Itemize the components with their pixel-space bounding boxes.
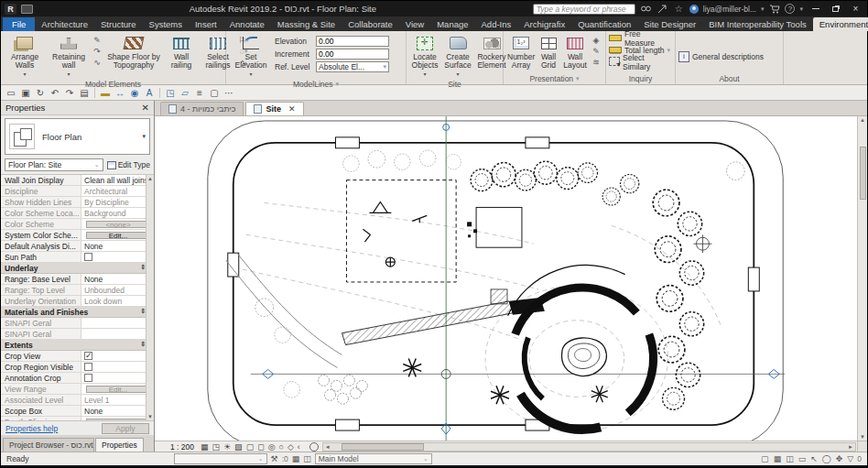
minimize-button[interactable]: [808, 3, 823, 15]
property-value[interactable]: Clean all wall joins: [81, 175, 154, 185]
property-value[interactable]: Edit...: [81, 230, 154, 240]
panel-caret-icon[interactable]: ▾: [335, 81, 339, 88]
workset-icon[interactable]: ⚒: [271, 454, 278, 463]
elevation-input[interactable]: [316, 36, 389, 47]
drawing-area[interactable]: ▲▼: [155, 116, 867, 441]
temporary-hide-isolate-icon[interactable]: ◎: [268, 442, 276, 452]
ribbon-tab-bim-interoperability-tools[interactable]: BIM Interoperability Tools: [702, 17, 813, 31]
account-name[interactable]: liya@miller-bl...: [703, 5, 756, 14]
favorites-star-icon[interactable]: ☆: [673, 3, 685, 15]
drag-on-selection-icon[interactable]: ✥: [836, 454, 843, 463]
ribbon-tab-view[interactable]: View: [399, 17, 430, 31]
retaining-wall-button[interactable]: Retaining wall: [48, 33, 90, 80]
ribbon-tab-environment[interactable]: Environment: [813, 17, 868, 31]
properties-help-link[interactable]: Properties help: [5, 424, 58, 433]
design-options-icon[interactable]: ▢: [761, 454, 769, 463]
property-label[interactable]: Extents: [1, 340, 140, 350]
wall-grid-button[interactable]: Wall Grid: [537, 33, 559, 71]
editable-only-icon[interactable]: ◫: [786, 454, 794, 463]
property-value[interactable]: [81, 351, 154, 361]
customize-qat-icon[interactable]: [21, 5, 33, 14]
type-selector[interactable]: Floor Plan ▾: [5, 118, 150, 155]
detail-level-icon[interactable]: ▦: [201, 442, 209, 452]
vertical-scrollbar[interactable]: ▲▼: [857, 116, 867, 441]
free-measure-button[interactable]: Free Measure: [609, 32, 672, 44]
set-elevation-button[interactable]: Set Elevation: [229, 33, 273, 80]
instance-selector[interactable]: Floor Plan: Site⌄: [5, 158, 103, 171]
property-value[interactable]: None: [81, 274, 154, 284]
ribbon-tab-archigrafix[interactable]: Archigrafix: [517, 17, 571, 31]
number-array-button[interactable]: 1₂³ Number Array: [506, 33, 536, 71]
apply-button[interactable]: Apply: [102, 423, 149, 434]
select-pinned-icon[interactable]: ↖: [810, 454, 818, 463]
reveal-hidden-elements-icon[interactable]: ○: [278, 442, 283, 452]
wall-layout-button[interactable]: Wall Layout: [561, 33, 589, 71]
view-tab-schedule[interactable]: 4 - כיתבי כמויות: [160, 102, 244, 115]
property-checkbox[interactable]: [84, 374, 92, 382]
ref-level-select[interactable]: Absolute El...▾: [316, 61, 389, 72]
select-links-icon[interactable]: ▭: [798, 454, 807, 463]
help-icon[interactable]: ?: [785, 4, 795, 14]
search-icon[interactable]: [640, 3, 652, 15]
arrange-walls-button[interactable]: Arrange Walls: [4, 33, 46, 80]
project-browser-tab[interactable]: Project Browser - כוס.rvt: [3, 438, 94, 452]
ribbon-tab-massing-site[interactable]: Massing & Site: [271, 17, 342, 31]
type-selector-caret-icon[interactable]: ▾: [142, 133, 146, 140]
property-value[interactable]: [81, 252, 154, 262]
property-value-button[interactable]: Edit...: [86, 232, 150, 239]
horizontal-scrollbar[interactable]: ◄ ►: [322, 442, 856, 452]
wall-tool-icon[interactable]: ✎: [92, 35, 103, 45]
design-option-select[interactable]: Main Model⌄: [315, 453, 432, 464]
general-descriptions-button[interactable]: i General descriptions: [678, 50, 764, 62]
scale-control[interactable]: 1 : 200: [168, 441, 197, 452]
account-avatar-icon[interactable]: [689, 5, 699, 14]
ribbon-tab-architecture[interactable]: Architecture: [35, 17, 94, 31]
property-checkbox[interactable]: [84, 363, 92, 371]
select-by-face-icon[interactable]: ◯: [822, 454, 831, 463]
properties-tab[interactable]: Properties: [95, 438, 144, 452]
pencil-icon[interactable]: ✎: [591, 46, 602, 56]
show-crop-region-icon[interactable]: ◻: [257, 442, 264, 452]
worksharing-display-icon[interactable]: ▦: [774, 454, 782, 463]
panel-caret-icon[interactable]: ▾: [576, 75, 580, 82]
property-value[interactable]: [81, 362, 154, 372]
ribbon-tab-systems[interactable]: Systems: [143, 17, 189, 31]
property-value[interactable]: None: [81, 241, 154, 251]
visual-style-icon[interactable]: ◳: [212, 442, 221, 452]
close-button[interactable]: ×: [848, 3, 863, 15]
ribbon-tab-manage[interactable]: Manage: [430, 17, 474, 31]
view-tab-site[interactable]: Site ✕: [245, 102, 303, 115]
increment-input[interactable]: [316, 49, 389, 60]
property-label[interactable]: Underlay: [1, 263, 140, 273]
wall-profile-icon[interactable]: ↷: [92, 46, 103, 56]
close-properties-icon[interactable]: ✕: [142, 103, 149, 113]
ribbon-tab-annotate[interactable]: Annotate: [223, 17, 271, 31]
help-search-input[interactable]: [533, 4, 635, 15]
reveal-constraints-icon[interactable]: ◇: [288, 442, 294, 452]
select-similar-button[interactable]: Select Similary: [609, 56, 672, 68]
account-caret-icon[interactable]: ▾: [761, 5, 765, 13]
ribbon-tab-insert[interactable]: Insert: [189, 17, 223, 31]
property-checkbox[interactable]: [84, 352, 92, 360]
wall-railing-button[interactable]: Wall railing: [165, 33, 198, 71]
edit-type-button[interactable]: Edit Type: [107, 160, 150, 169]
help-caret-icon[interactable]: ▾: [799, 5, 803, 13]
ribbon-tab-structure[interactable]: Structure: [94, 17, 143, 31]
property-label[interactable]: Materials and Finishes: [1, 307, 140, 317]
diamond-icon[interactable]: ◈: [591, 35, 602, 45]
properties-scrollbar[interactable]: ▲▼: [146, 175, 154, 420]
layers-icon[interactable]: ≋: [591, 57, 602, 67]
workset-select[interactable]: ⌄: [174, 453, 267, 464]
create-surface-button[interactable]: Create Surface: [442, 33, 473, 80]
exchange-apps-cart-icon[interactable]: [768, 3, 780, 15]
crop-view-icon[interactable]: ▢: [246, 442, 255, 452]
wall-path-icon[interactable]: ∿: [92, 57, 103, 67]
revit-logo-icon[interactable]: R: [5, 4, 16, 15]
horizontal-scroll-thumb[interactable]: [342, 443, 424, 451]
restore-button[interactable]: [828, 3, 843, 15]
collapse-icon[interactable]: ‹: [298, 442, 300, 452]
filter-icon[interactable]: ▽: [847, 454, 853, 463]
sun-path-icon[interactable]: ☀: [223, 442, 231, 452]
property-value[interactable]: None: [81, 406, 154, 416]
ribbon-tab-file[interactable]: File: [3, 17, 35, 31]
